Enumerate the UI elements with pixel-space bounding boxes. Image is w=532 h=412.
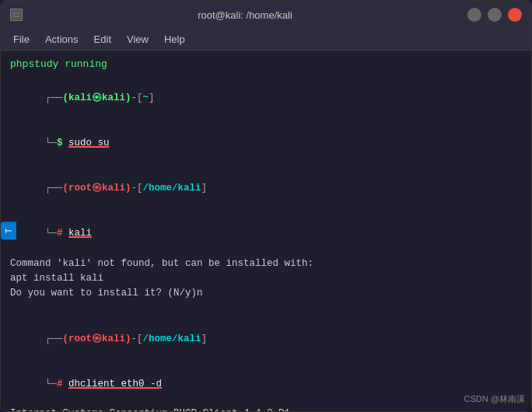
terminal-window: □ root@kali: /home/kali File Actions Edi… (0, 0, 532, 412)
output-not-found: Command 'kali' not found, but can be ins… (10, 257, 522, 271)
titlebar-controls (467, 8, 522, 22)
command-line-sudo: └─$ sudo su (10, 120, 522, 166)
terminal-body[interactable]: phpstudy running ┌──(kali㉿kali)-[~] └─$ … (1, 51, 531, 411)
menu-actions[interactable]: Actions (39, 32, 85, 47)
watermark: CSDN @林南溪 (464, 393, 525, 405)
output-confirm: Do you want to install it? (N/y)n (10, 286, 522, 301)
output-apt: apt install kali (10, 271, 522, 286)
blank-1 (10, 302, 522, 316)
menu-help[interactable]: Help (158, 32, 191, 47)
window-title: root@kali: /home/kali (198, 9, 292, 21)
command-line-dhclient: └─# dhclient eth0 -d (10, 361, 522, 407)
menu-edit[interactable]: Edit (88, 32, 117, 47)
prompt-line-3: ┌──(root㉿kali)-[/home/kali] (10, 316, 522, 361)
prompt-line-2: ┌──(root㉿kali)-[/home/kali] (10, 166, 522, 211)
menubar: File Actions Edit View Help (1, 29, 531, 51)
command-line-kali: └─# kali (10, 211, 522, 257)
dhcp-output-1: Internet Systems Consortium DHCP Client … (10, 407, 522, 411)
side-tab[interactable]: T (1, 222, 16, 240)
close-button[interactable] (508, 8, 522, 22)
window-icon-symbol: □ (14, 11, 19, 19)
window-icon: □ (10, 9, 23, 21)
status-line: phpstudy running (10, 57, 522, 72)
menu-file[interactable]: File (7, 32, 36, 47)
minimize-button[interactable] (467, 8, 481, 22)
menu-view[interactable]: View (121, 32, 155, 47)
titlebar-left: □ (10, 9, 23, 21)
prompt-line-1: ┌──(kali㉿kali)-[~] (10, 75, 522, 120)
titlebar: □ root@kali: /home/kali (1, 1, 531, 29)
maximize-button[interactable] (488, 8, 502, 22)
